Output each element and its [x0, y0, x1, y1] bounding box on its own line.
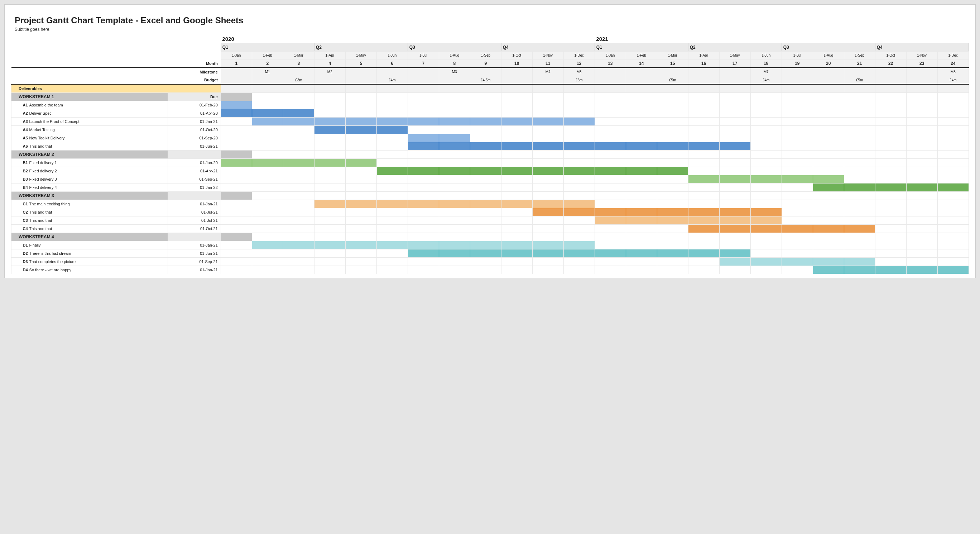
gantt-cell[interactable]: [844, 117, 875, 126]
gantt-cell[interactable]: [813, 175, 844, 183]
gantt-cell[interactable]: [470, 257, 501, 266]
gantt-cell[interactable]: [688, 158, 719, 167]
gantt-cell[interactable]: [407, 167, 439, 175]
gantt-cell[interactable]: [314, 183, 345, 191]
gantt-cell[interactable]: [563, 134, 595, 142]
task-due[interactable]: 01-Jan-22: [168, 183, 221, 191]
gantt-cell[interactable]: [626, 266, 657, 274]
gantt-cell[interactable]: [314, 224, 345, 233]
gantt-cell[interactable]: [595, 134, 626, 142]
gantt-cell[interactable]: [750, 167, 781, 175]
gantt-cell[interactable]: [750, 208, 781, 216]
gantt-cell[interactable]: [314, 126, 345, 134]
gantt-cell[interactable]: [345, 167, 377, 175]
task-id[interactable]: C1: [11, 199, 29, 208]
gantt-cell[interactable]: [532, 126, 563, 134]
gantt-cell[interactable]: [470, 266, 501, 274]
gantt-cell[interactable]: [283, 224, 314, 233]
gantt-cell[interactable]: [221, 126, 252, 134]
gantt-cell[interactable]: [781, 241, 813, 249]
gantt-cell[interactable]: [501, 208, 532, 216]
gantt-cell[interactable]: [501, 117, 532, 126]
task-id[interactable]: A3: [11, 117, 29, 126]
gantt-cell[interactable]: [283, 183, 314, 191]
task-name[interactable]: This and that: [29, 142, 168, 150]
gantt-cell[interactable]: [813, 142, 844, 150]
gantt-cell[interactable]: [345, 175, 377, 183]
gantt-cell[interactable]: [906, 224, 937, 233]
gantt-cell[interactable]: [595, 249, 626, 257]
gantt-cell[interactable]: [377, 175, 407, 183]
gantt-cell[interactable]: [221, 216, 252, 224]
gantt-cell[interactable]: [719, 142, 750, 150]
task-due[interactable]: 01-Oct-20: [168, 126, 221, 134]
gantt-cell[interactable]: [314, 109, 345, 117]
gantt-cell[interactable]: [252, 101, 283, 109]
gantt-cell[interactable]: [750, 224, 781, 233]
gantt-cell[interactable]: [626, 142, 657, 150]
gantt-cell[interactable]: [470, 183, 501, 191]
gantt-cell[interactable]: [813, 158, 844, 167]
gantt-cell[interactable]: [283, 126, 314, 134]
gantt-cell[interactable]: [563, 158, 595, 167]
gantt-cell[interactable]: [314, 199, 345, 208]
task-due[interactable]: 01-Sep-21: [168, 257, 221, 266]
gantt-cell[interactable]: [283, 249, 314, 257]
gantt-cell[interactable]: [813, 216, 844, 224]
gantt-cell[interactable]: [283, 142, 314, 150]
gantt-cell[interactable]: [221, 117, 252, 126]
gantt-cell[interactable]: [719, 208, 750, 216]
gantt-cell[interactable]: [501, 142, 532, 150]
gantt-cell[interactable]: [657, 101, 688, 109]
gantt-cell[interactable]: [937, 257, 969, 266]
gantt-cell[interactable]: [470, 158, 501, 167]
gantt-cell[interactable]: [906, 109, 937, 117]
gantt-cell[interactable]: [595, 142, 626, 150]
task-due[interactable]: 01-Jan-21: [168, 117, 221, 126]
task-due[interactable]: 01-Sep-21: [168, 175, 221, 183]
gantt-cell[interactable]: [439, 249, 470, 257]
gantt-cell[interactable]: [875, 257, 906, 266]
gantt-cell[interactable]: [750, 249, 781, 257]
task-due[interactable]: 01-Apr-21: [168, 167, 221, 175]
gantt-cell[interactable]: [875, 109, 906, 117]
gantt-cell[interactable]: [657, 183, 688, 191]
gantt-cell[interactable]: [563, 101, 595, 109]
gantt-cell[interactable]: [439, 216, 470, 224]
gantt-cell[interactable]: [813, 134, 844, 142]
gantt-cell[interactable]: [501, 101, 532, 109]
gantt-cell[interactable]: [377, 126, 407, 134]
gantt-cell[interactable]: [719, 109, 750, 117]
gantt-cell[interactable]: [657, 158, 688, 167]
gantt-cell[interactable]: [626, 126, 657, 134]
gantt-cell[interactable]: [906, 199, 937, 208]
task-due[interactable]: 01-Jul-21: [168, 216, 221, 224]
gantt-cell[interactable]: [813, 224, 844, 233]
gantt-cell[interactable]: [345, 216, 377, 224]
gantt-cell[interactable]: [314, 175, 345, 183]
gantt-cell[interactable]: [813, 241, 844, 249]
gantt-cell[interactable]: [719, 216, 750, 224]
gantt-cell[interactable]: [407, 134, 439, 142]
gantt-cell[interactable]: [937, 216, 969, 224]
task-name[interactable]: Fixed delivery 4: [29, 183, 168, 191]
gantt-cell[interactable]: [407, 175, 439, 183]
gantt-cell[interactable]: [252, 216, 283, 224]
gantt-cell[interactable]: [532, 158, 563, 167]
task-id[interactable]: D1: [11, 241, 29, 249]
gantt-cell[interactable]: [470, 101, 501, 109]
gantt-cell[interactable]: [750, 183, 781, 191]
gantt-cell[interactable]: [937, 224, 969, 233]
gantt-cell[interactable]: [719, 126, 750, 134]
gantt-cell[interactable]: [813, 101, 844, 109]
task-name[interactable]: Fixed delivery 2: [29, 167, 168, 175]
gantt-cell[interactable]: [626, 224, 657, 233]
gantt-cell[interactable]: [750, 109, 781, 117]
gantt-cell[interactable]: [345, 183, 377, 191]
gantt-cell[interactable]: [407, 126, 439, 134]
gantt-cell[interactable]: [844, 208, 875, 216]
gantt-cell[interactable]: [377, 257, 407, 266]
gantt-cell[interactable]: [657, 109, 688, 117]
gantt-cell[interactable]: [750, 257, 781, 266]
gantt-cell[interactable]: [688, 199, 719, 208]
